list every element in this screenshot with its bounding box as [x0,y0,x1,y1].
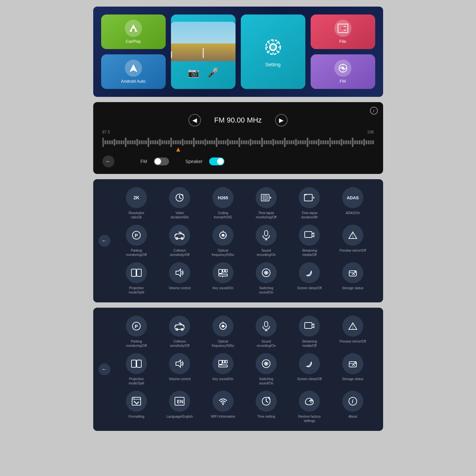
setting-switching-sound-2[interactable]: Switchingsound/On [246,353,287,385]
fm-scale-container: 87.5 108 [102,130,374,149]
svg-point-48 [354,271,356,272]
setting-screen-sleep-2[interactable]: Screen sleep/Off [289,353,330,385]
home-screen: CarPlay 📷 🎤 Setting [93,7,383,97]
setting-streaming-media-2[interactable]: Streamingmedia/Off [289,316,330,348]
wifi-info-icon [212,391,234,412]
setting-video-duration[interactable]: Videoduration/60s [159,187,200,219]
fm-label: FM [340,79,346,84]
setting-projection-mode-2[interactable]: Projectionmode/Split [116,353,157,385]
sound-recording-icon [256,225,277,246]
svg-marker-19 [313,196,315,199]
sound-recording-2-icon [256,316,277,337]
setting-timelapse-monitoring[interactable]: Time lapsemonitoring/Off [246,187,287,219]
settings-back-button-2[interactable]: ← [98,363,110,375]
svg-rect-34 [305,232,312,238]
setting-coding-format[interactable]: H265 Codingformat/H265 [203,187,243,219]
projection-mode-icon [126,262,147,283]
fm-title-row: ◀ FM 90.00 MHz ▶ [102,114,374,126]
collision-icon [169,225,190,246]
fm-frequency-display: FM 90.00 MHz [214,116,262,125]
language-icon: EN [169,391,190,412]
mic-icon: 🎤 [207,67,219,78]
setting-adas[interactable]: ADAS ADAS/On [332,187,373,219]
file-icon [334,20,351,37]
android-auto-label: Android Auto [121,79,145,84]
svg-rect-41 [223,269,225,272]
fm-next-button[interactable]: ▶ [275,114,288,126]
setting-projection-mode[interactable]: Projectionmode/Split [116,262,157,294]
svg-marker-39 [176,269,181,276]
fm-app[interactable]: FM [311,54,375,89]
setting-label: Setting [265,62,281,67]
setting-preview-mirror[interactable]: Preview mirror/Off [332,225,373,257]
fm-max-label: 108 [367,130,374,134]
storage-status-2-icon [342,353,363,374]
formatting-icon [126,391,147,412]
setting-key-sound-2[interactable]: Key sound/On [203,353,243,385]
media-preview [171,22,236,61]
setting-app[interactable]: Setting [241,14,305,89]
setting-parking-monitoring-2[interactable]: P Parkingmonitoring/Off [116,316,157,348]
carplay-app[interactable]: CarPlay [101,14,166,49]
svg-marker-66 [176,360,181,367]
switching-sound-2-icon [256,353,277,374]
fm-prev-button[interactable]: ◀ [188,114,201,126]
svg-text:P: P [135,324,138,329]
fm-needle [176,148,180,152]
setting-screen-sleep[interactable]: Screen sleep/Off [289,262,330,294]
svg-text:i: i [352,399,353,404]
setting-preview-mirror-2[interactable]: Preview mirror/Off [332,316,373,348]
setting-key-sound[interactable]: Key sound/On [203,262,243,294]
fm-back-button[interactable]: ← [102,155,114,167]
streaming-media-icon [299,225,320,246]
setting-streaming-media[interactable]: Streamingmedia/Off [289,225,330,257]
speaker-toggle[interactable] [209,157,224,165]
setting-resolution[interactable]: 2K Resolutionratio/2k [116,187,157,219]
switching-sound-icon [256,262,277,283]
setting-timelapse-duration[interactable]: 8H Time lapseduration/8h [289,187,330,219]
svg-rect-61 [305,322,312,328]
carplay-icon [125,20,142,37]
setting-about[interactable]: i About [332,391,373,423]
setting-sound-recording[interactable]: Soundrecording/On [246,225,287,257]
camera-media-app[interactable]: 📷 🎤 [171,14,236,89]
restore-factory-icon [299,391,320,412]
file-app[interactable]: File [311,14,375,49]
setting-time-setting[interactable]: Time setting [246,391,287,423]
setting-storage-status-2[interactable]: Storage status [332,353,373,385]
setting-optical-freq-2[interactable]: 50HZ Opticalfrequency/50hz [203,316,243,348]
setting-storage-status[interactable]: Storage status [332,262,373,294]
info-button[interactable]: i [370,107,378,115]
setting-collision[interactable]: Collisionsensitivity/Off [159,225,200,257]
preview-mirror-2-icon [342,316,363,337]
setting-restore-factory[interactable]: Restore factorysettings [289,391,330,423]
svg-rect-68 [223,360,225,363]
svg-rect-65 [137,360,141,367]
fm-scale [102,136,374,149]
setting-language[interactable]: EN Language/English [159,391,200,423]
setting-sound-recording-2[interactable]: Soundrecording/On [246,316,287,348]
svg-point-72 [265,363,267,365]
optical-freq-2-icon: 50HZ [212,316,234,337]
parking-monitoring-icon: P [126,225,147,246]
collision-2-icon [169,316,190,337]
android-auto-app[interactable]: Android Auto [101,54,166,89]
svg-rect-42 [225,269,227,272]
setting-switching-sound[interactable]: Switchingsound/On [246,262,287,294]
settings-back-button-1[interactable]: ← [98,235,110,247]
speaker-toggle-knob [217,158,224,165]
setting-volume-control[interactable]: Volume control [159,262,200,294]
setting-wifi-info[interactable]: WIFI Information [203,391,243,423]
setting-parking-monitoring[interactable]: P Parkingmonitoring/Off [116,225,157,257]
setting-formatting[interactable]: Formatting [116,391,157,423]
fm-screen: i ◀ FM 90.00 MHz ▶ 87.5 108 ← FM Speaker [93,102,383,174]
setting-optical-freq[interactable]: 50HZ Opticalfrequency/50hz [203,225,243,257]
fm-toggle-knob [154,158,161,165]
setting-volume-control-2[interactable]: Volume control [159,353,200,385]
fm-toggle[interactable] [154,157,169,165]
screen-sleep-2-icon [299,353,320,374]
svg-point-4 [270,44,276,50]
fm-toggle-label: FM [141,159,147,164]
setting-collision-2[interactable]: Collisionsensitivity/Off [159,316,200,348]
settings-screen-2: ← P Parkingmonitoring/Off [93,308,383,431]
